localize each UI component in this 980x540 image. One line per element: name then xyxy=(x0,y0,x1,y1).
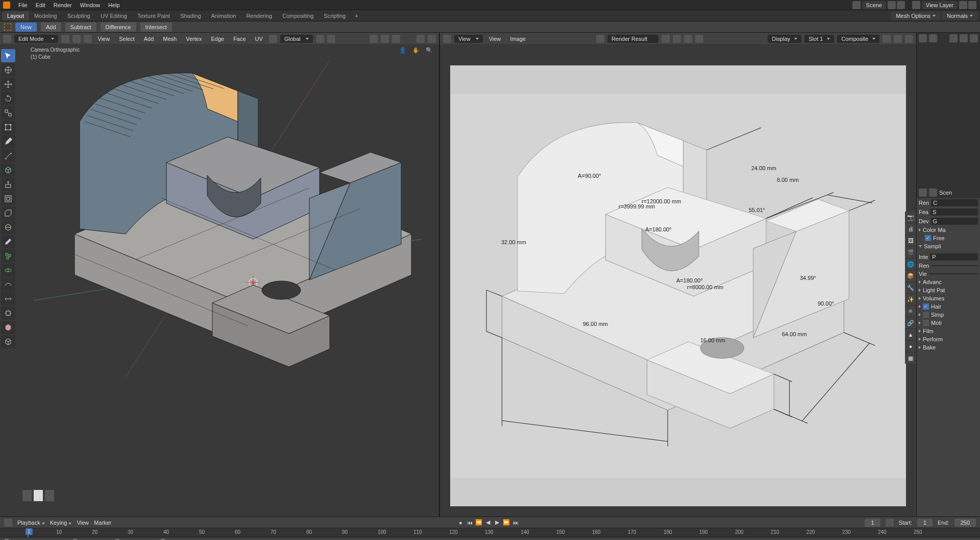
remove-image-icon[interactable] xyxy=(695,35,703,43)
snap-icon[interactable] xyxy=(316,35,324,43)
tab-texturepaint[interactable]: Texture Paint xyxy=(132,11,175,20)
cursor-3d-tool[interactable] xyxy=(1,63,15,77)
pan-icon[interactable]: ✋ xyxy=(412,47,422,56)
spin-tool[interactable] xyxy=(1,264,15,277)
mesh-options-dropdown[interactable]: Mesh Options xyxy=(891,11,941,20)
timeline-view[interactable]: View xyxy=(77,520,89,526)
viewport-3d-canvas[interactable]: Camera Orthographic (1) Cube 👤 ✋ 🔍 xyxy=(18,45,439,516)
timeline-playback[interactable]: Playback xyxy=(17,520,45,526)
simplify-checkbox[interactable] xyxy=(923,312,929,318)
overlay-toggle-icon[interactable] xyxy=(392,35,400,43)
render-engine-field[interactable]: C xyxy=(931,199,978,206)
integrator-field[interactable]: P xyxy=(930,253,978,261)
tab-compositing[interactable]: Compositing xyxy=(277,11,318,20)
bevel-tool[interactable] xyxy=(1,206,15,220)
timeline-type-icon[interactable] xyxy=(4,519,12,527)
bool-difference-button[interactable]: Difference xyxy=(101,22,136,32)
vert-mode-icon[interactable] xyxy=(22,490,32,501)
menu-file[interactable]: File xyxy=(14,2,32,8)
scene-field[interactable]: Scene xyxy=(862,1,886,9)
prop-tab-world[interactable]: 🌐 xyxy=(905,259,916,270)
jump-end-icon[interactable]: ⏭ xyxy=(511,519,520,527)
preview-range-icon[interactable] xyxy=(886,519,894,527)
viewlayer-copy-icon[interactable] xyxy=(959,1,967,9)
wireframe-shading-icon[interactable] xyxy=(416,35,425,43)
hdr-edge[interactable]: Edge xyxy=(208,35,227,43)
channels-icon[interactable] xyxy=(905,35,913,43)
pin-icon[interactable] xyxy=(929,189,937,197)
snap-target-icon[interactable] xyxy=(327,35,335,43)
move-tool[interactable] xyxy=(1,78,15,91)
rip-tool[interactable] xyxy=(1,321,15,334)
keyframe-next-icon[interactable]: ⏩ xyxy=(502,519,510,527)
tab-layout[interactable]: Layout xyxy=(2,11,29,20)
normals-dropdown[interactable]: Normals xyxy=(942,11,978,20)
hair-checkbox[interactable]: ✓ xyxy=(923,303,929,310)
timeline-keying[interactable]: Keying xyxy=(50,520,72,526)
image-mode-sel[interactable]: View xyxy=(454,35,483,43)
stereo-icon[interactable] xyxy=(894,35,902,43)
proportional-icon[interactable] xyxy=(370,35,378,43)
tab-uvediting[interactable]: UV Editing xyxy=(95,11,132,20)
motionblur-checkbox[interactable] xyxy=(923,320,929,326)
display-mode-sel[interactable]: Display xyxy=(768,35,801,43)
outliner-type-icon[interactable] xyxy=(919,34,927,42)
hdr-uv[interactable]: UV xyxy=(252,35,266,43)
face-mode-icon[interactable] xyxy=(45,490,54,501)
render-result-icon[interactable] xyxy=(596,35,604,43)
scene-selector-icon[interactable] xyxy=(852,1,861,9)
new-image-icon[interactable] xyxy=(662,35,670,43)
hdr-mesh[interactable]: Mesh xyxy=(160,35,180,43)
prop-tab-output[interactable]: 🖨 xyxy=(905,223,916,234)
zoom-icon[interactable]: 🔍 xyxy=(426,47,435,56)
scene-delete-icon[interactable] xyxy=(897,1,905,9)
layer-sel[interactable]: Composite xyxy=(837,35,879,43)
sampling-section[interactable]: Sampli xyxy=(924,243,941,249)
bake-section[interactable]: Bake xyxy=(923,344,936,350)
tab-scripting[interactable]: Scripting xyxy=(318,11,351,20)
film-section[interactable]: Film xyxy=(923,328,934,334)
cursor-select-tool[interactable] xyxy=(1,49,15,62)
scale-tool[interactable] xyxy=(1,106,15,120)
hdr-select[interactable]: Select xyxy=(116,35,138,43)
menu-edit[interactable]: Edit xyxy=(32,2,50,8)
end-frame-field[interactable]: 250 xyxy=(954,519,976,527)
prop-tab-viewlayer[interactable]: 🖼 xyxy=(905,235,916,246)
start-frame-field[interactable]: 1 xyxy=(917,519,933,527)
prop-tab-texture[interactable]: ▦ xyxy=(905,353,916,364)
knife-tool[interactable] xyxy=(1,235,15,248)
orientation-selector[interactable]: Global xyxy=(280,35,313,43)
jump-start-icon[interactable]: ⏮ xyxy=(465,519,474,527)
inset-tool[interactable] xyxy=(1,192,15,205)
prop-tab-constraint[interactable]: 🔗 xyxy=(905,317,916,328)
hdr-view[interactable]: View xyxy=(95,35,113,43)
edge-mode-icon[interactable] xyxy=(34,490,43,501)
viewlayer-delete-icon[interactable] xyxy=(968,1,976,9)
vert-select-icon[interactable] xyxy=(61,35,69,43)
unlink-image-icon[interactable] xyxy=(684,35,692,43)
hdr-face[interactable]: Face xyxy=(230,35,249,43)
measure-tool[interactable] xyxy=(1,149,15,162)
prop-tab-object[interactable]: 📦 xyxy=(905,270,916,281)
tab-modeling[interactable]: Modeling xyxy=(29,11,62,20)
tab-animation[interactable]: Animation xyxy=(206,11,241,20)
viewport-samples-field[interactable] xyxy=(929,273,978,274)
bool-subtract-button[interactable]: Subtract xyxy=(65,22,96,32)
tab-sculpting[interactable]: Sculpting xyxy=(62,11,95,20)
bool-add-button[interactable]: Add xyxy=(41,22,61,32)
bool-new-button[interactable]: New xyxy=(15,22,37,32)
loopcut-tool[interactable] xyxy=(1,221,15,234)
tab-add[interactable]: + xyxy=(351,11,362,20)
menu-render[interactable]: Render xyxy=(50,2,76,8)
play-reverse-icon[interactable]: ◀ xyxy=(484,519,492,527)
scene-copy-icon[interactable] xyxy=(888,1,896,9)
add-cube-tool[interactable] xyxy=(1,163,15,177)
prop-tab-render[interactable]: 📷 xyxy=(905,212,916,223)
bool-intersect-button[interactable]: Intersect xyxy=(140,22,172,32)
img-hdr-image[interactable]: Image xyxy=(507,35,529,43)
img-hdr-view[interactable]: View xyxy=(486,35,504,43)
lightpaths-section[interactable]: Light Pat xyxy=(923,287,945,293)
volumes-section[interactable]: Volumes xyxy=(923,295,944,301)
prop-tab-material[interactable]: ● xyxy=(905,341,916,352)
outliner-filter-icon[interactable] xyxy=(929,34,937,42)
